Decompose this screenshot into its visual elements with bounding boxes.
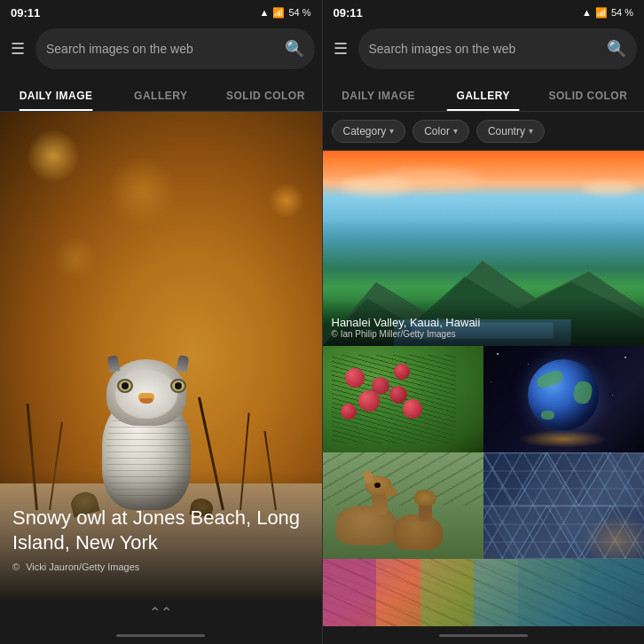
filter-country-label: Country: [488, 125, 525, 137]
status-bar-left: 09:11 ▲ 📶 54 %: [0, 0, 322, 25]
gallery-grid: Hanalei Valley, Kauai, Hawaii © Ian Phil…: [323, 151, 645, 626]
tab-bar-right: DAILY IMAGE GALLERY SOLID COLOR: [323, 73, 645, 112]
status-icons-left: ▲ 📶 54 %: [260, 7, 311, 19]
signal-icon: 📶: [272, 7, 285, 19]
battery-label: 54 %: [288, 7, 310, 18]
status-icons-right: ▲ 📶 54 %: [582, 7, 633, 19]
search-bar-left[interactable]: Search images on the web 🔍: [35, 28, 315, 69]
tab-solid-color-left[interactable]: SOLID COLOR: [213, 90, 318, 111]
chevron-country-icon: ▾: [529, 126, 533, 136]
svg-marker-5: [515, 452, 579, 506]
time-left: 09:11: [11, 6, 40, 20]
home-indicator-right: [323, 626, 645, 644]
svg-marker-8: [483, 506, 547, 559]
tab-solid-color-right[interactable]: SOLID COLOR: [536, 90, 640, 111]
swipe-indicator[interactable]: ⌃⌃: [0, 599, 322, 626]
filter-category[interactable]: Category ▾: [332, 120, 406, 143]
gallery-item-crystal[interactable]: [483, 452, 644, 559]
signal-icon-right: 📶: [595, 7, 608, 19]
left-panel: 09:11 ▲ 📶 54 % ☰ Search images on the we…: [0, 0, 322, 644]
credit-text: Vicki Jauron/Getty Images: [26, 562, 139, 572]
hamburger-menu-right[interactable]: ☰: [330, 35, 351, 62]
chevron-color-icon: ▾: [453, 126, 458, 136]
search-icon-right[interactable]: 🔍: [607, 39, 626, 59]
status-bar-right: 09:11 ▲ 📶 54 %: [323, 0, 645, 25]
right-panel: 09:11 ▲ 📶 54 % ☰ Search images on the we…: [323, 0, 645, 644]
gallery-item-deer[interactable]: [323, 452, 483, 559]
gallery-item-earth[interactable]: [483, 346, 644, 452]
hawaii-credit: © Ian Philip Miller/Getty Images: [332, 329, 636, 339]
filter-color[interactable]: Color ▾: [412, 120, 469, 143]
tab-gallery-right[interactable]: GALLERY: [431, 90, 536, 111]
daily-image-caption: Snowy owl at Jones Beach, Long Island, N…: [0, 470, 322, 599]
wifi-icon: ▲: [260, 7, 270, 18]
gallery-item-hawaii[interactable]: Hanalei Valley, Kauai, Hawaii © Ian Phil…: [323, 151, 645, 346]
hamburger-menu-left[interactable]: ☰: [7, 35, 28, 62]
home-bar-left: [116, 634, 205, 637]
filter-bar: Category ▾ Color ▾ Country ▾: [323, 112, 645, 151]
filter-country[interactable]: Country ▾: [476, 120, 545, 143]
chevron-category-icon: ▾: [389, 126, 394, 136]
hawaii-title: Hanalei Valley, Kauai, Hawaii: [332, 316, 636, 329]
copyright-symbol: ©: [12, 562, 20, 572]
time-right: 09:11: [334, 6, 363, 20]
caption-credit: © Vicki Jauron/Getty Images: [12, 562, 310, 572]
search-icon-left[interactable]: 🔍: [285, 39, 304, 59]
home-indicator-left: [0, 626, 322, 644]
tab-daily-image-right[interactable]: DAILY IMAGE: [326, 90, 431, 111]
search-placeholder-left: Search images on the web: [46, 42, 278, 56]
battery-label-right: 54 %: [611, 7, 633, 18]
tab-bar-left: DAILY IMAGE GALLERY SOLID COLOR: [0, 73, 322, 112]
filter-category-label: Category: [343, 125, 387, 137]
caption-title: Snowy owl at Jones Beach, Long Island, N…: [12, 506, 310, 556]
filter-color-label: Color: [424, 125, 450, 137]
tab-daily-image-left[interactable]: DAILY IMAGE: [4, 90, 108, 111]
gallery-item-berries[interactable]: [323, 346, 483, 452]
gallery-bottom-grid: [323, 346, 645, 559]
search-bar-right[interactable]: Search images on the web 🔍: [358, 28, 638, 69]
hawaii-caption: Hanalei Valley, Kauai, Hawaii © Ian Phil…: [323, 298, 645, 346]
svg-marker-7: [578, 452, 642, 506]
tab-gallery-left[interactable]: GALLERY: [108, 90, 213, 111]
wifi-icon-right: ▲: [582, 7, 592, 18]
chevron-up-icon: ⌃⌃: [149, 604, 172, 621]
gallery-item-farmland[interactable]: Farmland in Makassar, South Sulawesi, In…: [323, 559, 645, 626]
daily-image-container: Snowy owl at Jones Beach, Long Island, N…: [0, 112, 322, 599]
home-bar-right: [439, 634, 528, 637]
search-placeholder-right: Search images on the web: [369, 42, 601, 56]
